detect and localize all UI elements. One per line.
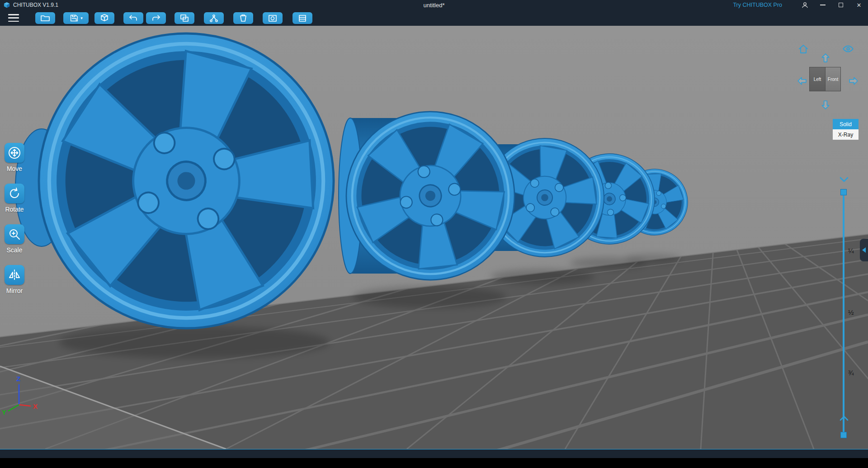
tool-move-label: Move <box>1 165 28 172</box>
menu-button[interactable] <box>8 14 19 22</box>
bottom-strip <box>0 458 868 468</box>
rotate-up-arrow[interactable] <box>821 53 830 65</box>
save-dropdown-caret[interactable]: ▾ <box>80 16 83 20</box>
chitubox-logo-icon <box>4 2 10 8</box>
copy-model-icon <box>179 14 190 23</box>
slice-setting-button[interactable] <box>292 12 312 24</box>
clip-slider-handle-bottom[interactable] <box>840 432 847 438</box>
view-cube-left-face[interactable]: Left <box>809 67 825 91</box>
titlebar: CHITUBOX V1.9.1 untitled* Try CHITUBOX P… <box>0 0 868 10</box>
home-view-icon[interactable] <box>798 44 809 57</box>
redo-icon <box>151 14 161 22</box>
chevron-up-icon[interactable] <box>839 415 849 423</box>
tool-rotate-label: Rotate <box>1 206 28 213</box>
clip-slider-track[interactable] <box>843 192 844 435</box>
perspective-toggle-icon[interactable] <box>842 44 854 56</box>
open-file-icon <box>40 14 51 22</box>
minimize-button[interactable] <box>814 0 832 10</box>
undo-button[interactable] <box>123 12 143 24</box>
side-panel-toggle[interactable] <box>860 239 868 261</box>
hollow-model-icon <box>238 14 249 23</box>
view-cube[interactable]: Left Front <box>809 67 841 91</box>
tool-scale[interactable]: Scale <box>1 224 28 254</box>
svg-text:Z: Z <box>16 375 20 383</box>
tool-rotate[interactable]: Rotate <box>1 184 28 213</box>
user-account-icon[interactable] <box>796 0 814 10</box>
mirror-icon <box>8 268 21 282</box>
dig-hole-button[interactable] <box>263 12 283 24</box>
open-file-button[interactable] <box>35 12 55 24</box>
clip-slider-handle-top[interactable] <box>840 189 847 195</box>
clip-mark-three-quarter: ¾ <box>848 369 854 377</box>
view-cube-front-face[interactable]: Front <box>825 67 841 91</box>
viewport-3d[interactable]: Z X Y <box>0 26 868 449</box>
chevron-down-icon[interactable] <box>839 176 849 184</box>
svg-text:X: X <box>33 402 38 410</box>
chitubox-window: CHITUBOX V1.9.1 untitled* Try CHITUBOX P… <box>0 0 868 468</box>
rotate-down-arrow[interactable] <box>821 100 830 112</box>
scale-icon <box>8 227 21 241</box>
app-title: CHITUBOX V1.9.1 <box>13 2 58 8</box>
tool-move[interactable]: Move <box>1 143 28 172</box>
rotate-icon <box>8 187 21 200</box>
clip-slider: ¼ ½ ¾ <box>836 149 868 434</box>
clip-mark-quarter: ¼ <box>848 247 854 255</box>
panel-expand-arrow-icon <box>862 247 866 253</box>
hollow-model-button[interactable] <box>233 12 253 24</box>
svg-text:Y: Y <box>2 408 6 416</box>
save-file-button[interactable]: ▾ <box>63 12 89 24</box>
support-edit-icon <box>208 14 219 23</box>
tool-mirror[interactable]: Mirror <box>1 265 28 294</box>
navigation-gizmo: Left Front <box>793 43 866 124</box>
import-model-button[interactable] <box>94 12 114 24</box>
render-mode-xray[interactable]: X-Ray <box>833 129 859 140</box>
rotate-left-arrow[interactable] <box>797 76 807 88</box>
maximize-button[interactable] <box>832 0 850 10</box>
render-mode-solid[interactable]: Solid <box>833 119 859 129</box>
save-file-icon <box>69 14 79 22</box>
close-button[interactable]: ✕ <box>850 0 868 10</box>
support-edit-button[interactable] <box>204 12 224 24</box>
clip-mark-half: ½ <box>848 308 854 316</box>
try-pro-link[interactable]: Try CHITUBOX Pro <box>733 2 782 8</box>
import-model-icon <box>99 14 110 23</box>
dig-hole-icon <box>267 14 278 23</box>
tool-scale-label: Scale <box>1 246 28 254</box>
copy-model-button[interactable] <box>175 12 194 24</box>
tool-mirror-label: Mirror <box>1 287 28 294</box>
statusbar <box>0 449 868 458</box>
toolbar: ▾ <box>0 10 868 26</box>
rotate-right-arrow[interactable] <box>849 76 859 88</box>
redo-button[interactable] <box>146 12 166 24</box>
viewport: Z X Y Move Rotate Scale <box>0 26 868 449</box>
render-mode-toggle: Solid X-Ray <box>833 119 859 140</box>
undo-icon <box>128 14 139 22</box>
move-icon <box>8 146 21 160</box>
slice-setting-icon <box>297 14 308 23</box>
